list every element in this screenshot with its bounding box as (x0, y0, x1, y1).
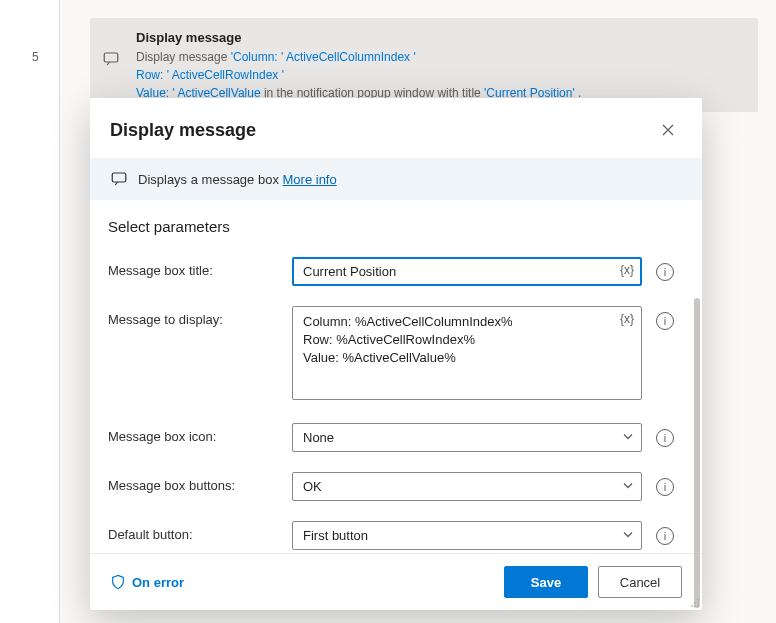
param-label: Message box buttons: (108, 472, 278, 493)
info-icon[interactable]: i (656, 312, 674, 330)
info-banner: Displays a message box More info (90, 158, 702, 200)
param-label: Default button: (108, 521, 278, 542)
info-icon[interactable]: i (656, 429, 674, 447)
param-row-title: Message box title: {x} i (108, 257, 674, 286)
svg-point-4 (694, 602, 696, 604)
action-title: Display message (136, 28, 744, 48)
dialog-header: Display message (90, 98, 702, 158)
svg-rect-1 (112, 173, 126, 182)
svg-point-2 (697, 599, 699, 601)
cancel-button[interactable]: Cancel (598, 566, 682, 598)
param-label: Message box icon: (108, 423, 278, 444)
message-icon (102, 50, 120, 68)
message-box-title-input[interactable] (292, 257, 642, 286)
param-row-icon: Message box icon: None i (108, 423, 674, 452)
shield-icon (110, 574, 126, 590)
param-field: First button (292, 521, 642, 550)
on-error-label: On error (132, 575, 184, 590)
variable-token: ActiveCellRowIndex (172, 68, 279, 82)
close-icon (662, 124, 674, 136)
svg-point-3 (697, 602, 699, 604)
step-number: 5 (32, 50, 39, 64)
resize-handle[interactable] (690, 598, 700, 608)
info-icon[interactable]: i (656, 527, 674, 545)
section-title: Select parameters (108, 218, 674, 235)
more-info-link[interactable]: More info (283, 172, 337, 187)
message-icon (110, 170, 128, 188)
parameters-section: Select parameters Message box title: {x}… (90, 200, 702, 553)
param-field: OK (292, 472, 642, 501)
body-prefix: Display message (136, 50, 231, 64)
dialog-display-message: Display message Displays a message box M… (90, 98, 702, 610)
message-to-display-input[interactable]: Column: %ActiveCellColumnIndex% Row: %Ac… (292, 306, 642, 400)
insert-variable-button[interactable]: {x} (620, 312, 634, 326)
info-icon[interactable]: i (656, 263, 674, 281)
variable-token: ActiveCellColumnIndex (286, 50, 410, 64)
param-row-default-button: Default button: First button i (108, 521, 674, 550)
gutter (0, 0, 60, 623)
save-button[interactable]: Save (504, 566, 588, 598)
svg-point-5 (697, 605, 699, 607)
action-body: Display message 'Column: ' ActiveCellCol… (136, 48, 744, 102)
close-button[interactable] (654, 116, 682, 144)
message-box-icon-select[interactable]: None (292, 423, 642, 452)
info-icon[interactable]: i (656, 478, 674, 496)
default-button-select[interactable]: First button (292, 521, 642, 550)
banner-text: Displays a message box More info (138, 172, 337, 187)
message-box-buttons-select[interactable]: OK (292, 472, 642, 501)
dialog-title: Display message (110, 120, 256, 141)
param-row-message: Message to display: Column: %ActiveCellC… (108, 306, 674, 403)
param-label: Message box title: (108, 257, 278, 278)
on-error-link[interactable]: On error (110, 574, 184, 590)
param-field: None (292, 423, 642, 452)
param-label: Message to display: (108, 306, 278, 327)
insert-variable-button[interactable]: {x} (620, 263, 634, 277)
param-field: Column: %ActiveCellColumnIndex% Row: %Ac… (292, 306, 642, 403)
svg-point-6 (694, 605, 696, 607)
param-field: {x} (292, 257, 642, 286)
svg-rect-0 (104, 53, 118, 62)
svg-point-7 (691, 605, 693, 607)
literal: 'Column: ' (231, 50, 284, 64)
param-row-buttons: Message box buttons: OK i (108, 472, 674, 501)
footer-buttons: Save Cancel (504, 566, 682, 598)
dialog-footer: On error Save Cancel (90, 553, 702, 610)
banner-text-label: Displays a message box (138, 172, 283, 187)
